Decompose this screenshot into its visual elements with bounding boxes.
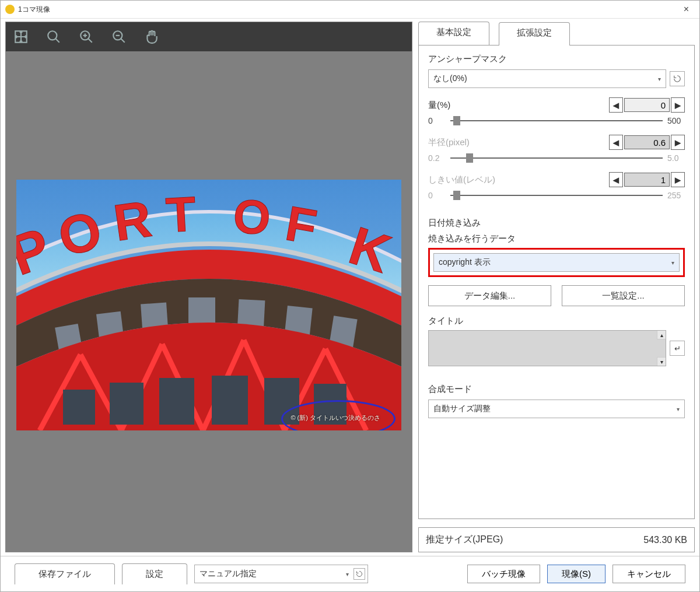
save-file-tab[interactable]: 保存ファイル xyxy=(15,563,115,584)
amount-input[interactable] xyxy=(624,98,670,112)
settings-tab[interactable]: 設定 xyxy=(122,563,187,584)
chevron-down-icon: ▾ xyxy=(671,260,674,266)
tab-basic[interactable]: 基本設定 xyxy=(418,22,489,45)
svg-text:O: O xyxy=(232,189,272,244)
scroll-down-icon[interactable]: ▾ xyxy=(657,357,666,366)
fit-icon[interactable] xyxy=(13,29,29,45)
burnin-data-value: copyright 表示 xyxy=(439,257,491,268)
burnin-title-textarea[interactable]: ▴ ▾ xyxy=(428,330,666,366)
window-title: 1コマ現像 xyxy=(18,5,50,15)
svg-rect-14 xyxy=(159,378,194,425)
preview-toolbar xyxy=(6,22,412,51)
preview-image: P O R T O F K © (新) タイトルいつ決めるのさ xyxy=(16,180,401,430)
threshold-dec[interactable]: ◀ xyxy=(609,172,623,187)
radius-dec[interactable]: ◀ xyxy=(609,135,623,150)
burnin-title-label: タイトル xyxy=(428,316,685,327)
amount-label: 量(%) xyxy=(428,100,551,111)
scroll-up-icon[interactable]: ▴ xyxy=(657,331,666,339)
threshold-max: 255 xyxy=(667,191,685,200)
right-panel: 基本設定 拡張設定 アンシャープマスク なし(0%) ▾ xyxy=(418,22,695,552)
close-button[interactable]: × xyxy=(678,4,695,15)
svg-rect-12 xyxy=(63,390,95,425)
burnin-dropdown-highlight: copyright 表示 ▾ xyxy=(428,248,685,277)
estimate-value: 543.30 KB xyxy=(643,535,687,545)
data-edit-button[interactable]: データ編集... xyxy=(428,285,551,306)
develop-button[interactable]: 現像(S) xyxy=(547,565,606,583)
list-settings-button[interactable]: 一覧設定... xyxy=(562,285,685,306)
threshold-label: しきい値(レベル) xyxy=(428,174,551,185)
threshold-slider[interactable] xyxy=(450,191,663,200)
burnin-group-title: 日付焼き込み xyxy=(428,218,685,229)
copyright-overlay: © (新) タイトルいつ決めるのさ xyxy=(290,414,380,422)
estimate-row: 推定サイズ(JPEG) 543.30 KB xyxy=(418,527,695,552)
threshold-input[interactable] xyxy=(624,173,670,187)
composite-label: 合成モード xyxy=(428,384,685,395)
amount-inc[interactable]: ▶ xyxy=(671,97,685,113)
titlebar: 1コマ現像 × xyxy=(1,1,699,19)
app-icon xyxy=(5,5,15,14)
zoom-icon[interactable] xyxy=(46,29,62,45)
zoom-out-icon[interactable] xyxy=(111,29,127,45)
unsharp-preset-dropdown[interactable]: なし(0%) ▾ xyxy=(428,69,666,88)
radius-input[interactable] xyxy=(624,135,670,149)
estimate-label: 推定サイズ(JPEG) xyxy=(426,534,503,546)
preview-viewport[interactable]: P O R T O F K © (新) タイトルいつ決めるのさ xyxy=(6,51,412,552)
svg-rect-13 xyxy=(110,383,144,425)
cancel-button[interactable]: キャンセル xyxy=(612,565,685,583)
unsharp-preset-value: なし(0%) xyxy=(433,73,467,84)
manual-reset-button[interactable] xyxy=(354,568,365,580)
amount-slider[interactable] xyxy=(450,116,663,125)
amount-dec[interactable]: ◀ xyxy=(609,97,623,113)
tab-advanced[interactable]: 拡張設定 xyxy=(499,22,570,45)
amount-min: 0 xyxy=(428,116,446,125)
svg-text:T: T xyxy=(164,186,197,243)
burnin-data-dropdown[interactable]: copyright 表示 ▾ xyxy=(433,253,680,272)
composite-dropdown[interactable]: 自動サイズ調整 ▾ xyxy=(428,400,685,418)
burnin-data-label: 焼き込みを行うデータ xyxy=(428,233,685,244)
zoom-in-icon[interactable] xyxy=(78,29,94,45)
bottom-bar: 保存ファイル 設定 マニュアル指定 ▾ バッチ現像 現像(S) キャンセル xyxy=(1,556,699,591)
title-enter-button[interactable]: ↵ xyxy=(670,341,685,356)
manual-dropdown[interactable]: マニュアル指定 ▾ xyxy=(194,565,368,583)
threshold-min: 0 xyxy=(428,191,446,200)
radius-max: 5.0 xyxy=(667,153,685,163)
batch-button[interactable]: バッチ現像 xyxy=(467,565,540,583)
amount-max: 500 xyxy=(667,116,685,125)
radius-slider[interactable] xyxy=(450,153,663,163)
svg-point-1 xyxy=(48,31,57,40)
composite-value: 自動サイズ調整 xyxy=(433,404,491,414)
unsharp-group-title: アンシャープマスク xyxy=(428,54,685,65)
threshold-inc[interactable]: ▶ xyxy=(671,172,685,187)
preview-pane: P O R T O F K © (新) タイトルいつ決めるのさ xyxy=(5,22,412,552)
chevron-down-icon: ▾ xyxy=(346,571,349,577)
radius-label: 半径(pixel) xyxy=(428,137,551,148)
pan-icon[interactable] xyxy=(144,29,160,45)
manual-value: マニュアル指定 xyxy=(200,569,257,579)
app-window: 1コマ現像 × xyxy=(0,0,700,592)
svg-rect-15 xyxy=(212,376,248,425)
chevron-down-icon: ▾ xyxy=(677,406,680,412)
radius-inc[interactable]: ▶ xyxy=(671,135,685,150)
radius-min: 0.2 xyxy=(428,153,446,163)
unsharp-reset-button[interactable] xyxy=(670,71,685,86)
chevron-down-icon: ▾ xyxy=(658,76,661,82)
